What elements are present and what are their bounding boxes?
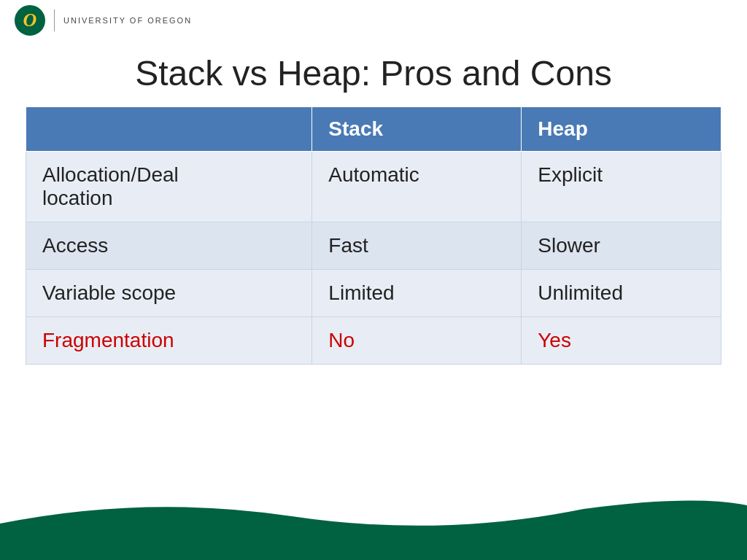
row-feature-access: Access <box>26 222 312 270</box>
row-heap-access: Slower <box>522 222 721 270</box>
col-header-heap: Heap <box>522 107 721 152</box>
col-header-stack: Stack <box>312 107 522 152</box>
logo-o-letter: O <box>23 11 37 30</box>
row-feature-scope: Variable scope <box>26 270 312 317</box>
row-stack-scope: Limited <box>312 270 522 317</box>
row-heap-fragmentation: Yes <box>522 317 721 365</box>
comparison-table: Stack Heap Allocation/Deallocation Autom… <box>26 106 721 365</box>
table-header-row: Stack Heap <box>26 107 721 152</box>
university-logo: O <box>15 5 45 36</box>
table-row: Variable scope Limited Unlimited <box>26 270 721 317</box>
row-stack-fragmentation: No <box>312 317 522 365</box>
row-feature-allocation: Allocation/Deallocation <box>26 152 312 222</box>
table-row: Access Fast Slower <box>26 222 721 270</box>
col-header-feature <box>26 107 312 152</box>
university-name: UNIVERSITY OF OREGON <box>63 16 192 25</box>
table-row-fragmentation: Fragmentation No Yes <box>26 317 721 365</box>
page-title: Stack vs Heap: Pros and Cons <box>0 40 747 106</box>
bottom-decoration <box>0 494 747 560</box>
row-stack-access: Fast <box>312 222 522 270</box>
logo-divider <box>54 9 55 31</box>
header: O UNIVERSITY OF OREGON <box>0 0 747 40</box>
table-row: Allocation/Deallocation Automatic Explic… <box>26 152 721 222</box>
row-heap-allocation: Explicit <box>522 152 721 222</box>
row-stack-allocation: Automatic <box>312 152 522 222</box>
row-feature-fragmentation: Fragmentation <box>26 317 312 365</box>
row-heap-scope: Unlimited <box>522 270 721 317</box>
comparison-table-container: Stack Heap Allocation/Deallocation Autom… <box>0 106 747 365</box>
